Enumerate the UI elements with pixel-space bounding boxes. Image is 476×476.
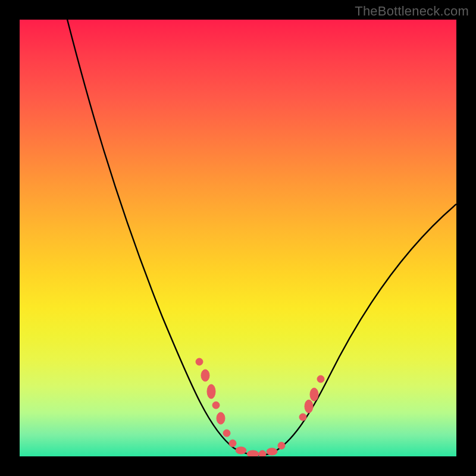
svg-point-2	[207, 384, 215, 399]
svg-point-1	[201, 369, 209, 381]
curve-markers	[196, 358, 324, 456]
svg-point-13	[305, 400, 313, 413]
svg-point-9	[259, 450, 266, 456]
chart-frame: TheBottleneck.com	[0, 0, 476, 476]
svg-point-0	[196, 358, 203, 365]
svg-point-10	[267, 448, 277, 455]
bottleneck-curve-svg	[20, 20, 456, 456]
bottleneck-curve	[61, 20, 456, 455]
svg-point-4	[217, 412, 225, 424]
svg-point-12	[299, 414, 306, 421]
chart-plot-area	[20, 20, 456, 456]
svg-point-7	[236, 447, 246, 454]
svg-point-5	[223, 430, 230, 437]
svg-point-8	[247, 450, 259, 456]
svg-point-6	[229, 440, 236, 447]
svg-point-15	[317, 375, 324, 383]
svg-point-3	[212, 402, 220, 409]
svg-point-14	[310, 388, 318, 401]
svg-point-11	[278, 442, 285, 449]
watermark-text: TheBottleneck.com	[355, 4, 469, 19]
